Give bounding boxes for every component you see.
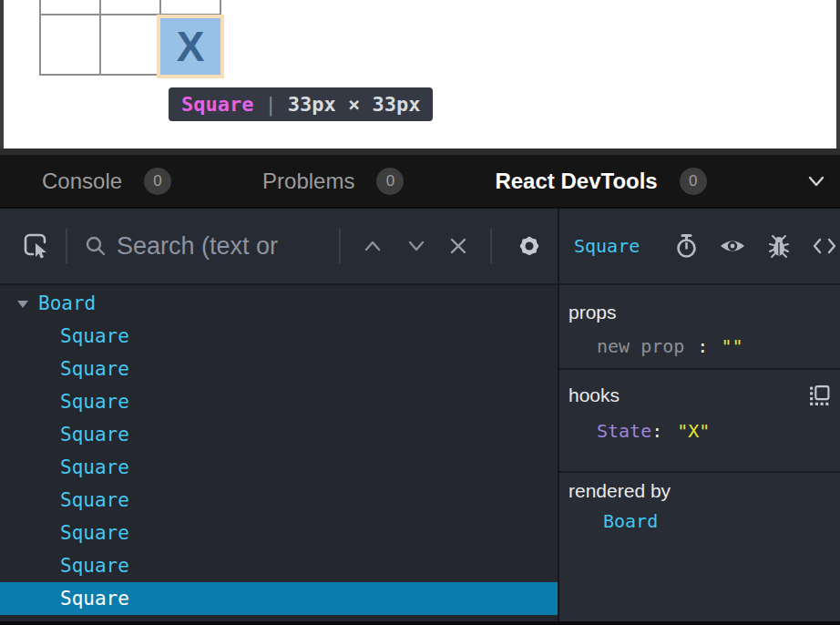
tree-node-square[interactable]: Square bbox=[0, 582, 558, 615]
toolbar-divider bbox=[339, 229, 341, 263]
tree-node-label: Board bbox=[38, 292, 96, 314]
eye-icon[interactable] bbox=[719, 235, 746, 257]
new-prop-input[interactable]: new prop bbox=[597, 335, 684, 357]
chevron-down-icon[interactable] bbox=[805, 174, 827, 189]
expander-caret-icon[interactable] bbox=[17, 301, 28, 308]
search-input[interactable] bbox=[117, 232, 339, 261]
search-icon bbox=[84, 234, 108, 258]
window-left-edge bbox=[0, 0, 4, 149]
tab-label: Problems bbox=[262, 169, 354, 194]
hook-name: State bbox=[597, 420, 651, 442]
devtools-main: BoardSquareSquareSquareSquareSquareSquar… bbox=[0, 285, 840, 621]
profiler-timer-icon[interactable] bbox=[674, 233, 699, 259]
highlighted-square[interactable]: X bbox=[160, 18, 220, 75]
tooltip-component-name: Square bbox=[181, 93, 253, 116]
devtools-tab-bar: Console 0 Problems 0 React DevTools 0 bbox=[0, 155, 840, 207]
window-bottom-edge bbox=[0, 621, 840, 625]
tree-node-board[interactable]: Board bbox=[0, 287, 558, 320]
tab-label: Console bbox=[42, 169, 122, 194]
prop-row: new prop : "" bbox=[559, 333, 840, 360]
gear-icon[interactable] bbox=[516, 232, 543, 260]
bug-icon[interactable] bbox=[768, 233, 790, 259]
parse-hook-names-icon[interactable] bbox=[808, 384, 831, 407]
tree-node-square[interactable]: Square bbox=[0, 320, 558, 353]
rendered-by-owner-link[interactable]: Board bbox=[559, 507, 840, 535]
hook-separator: : bbox=[651, 420, 662, 442]
count-badge: 0 bbox=[680, 168, 707, 195]
tooltip-dimensions: 33px × 33px bbox=[288, 93, 421, 116]
devtools-panel: Console 0 Problems 0 React DevTools 0 bbox=[0, 149, 840, 625]
tree-node-label: Square bbox=[60, 391, 129, 413]
tree-node-square[interactable]: Square bbox=[0, 549, 558, 582]
board-square[interactable] bbox=[101, 0, 159, 14]
tree-node-square[interactable]: Square bbox=[0, 385, 558, 418]
panel-resize-handle[interactable] bbox=[0, 149, 840, 155]
tree-node-square[interactable]: Square bbox=[0, 418, 558, 451]
hook-row: State : "X" bbox=[559, 417, 840, 445]
search-next-icon[interactable] bbox=[405, 238, 428, 254]
tree-toolbar bbox=[0, 209, 558, 283]
count-badge: 0 bbox=[376, 168, 404, 195]
count-badge: 0 bbox=[144, 168, 171, 195]
tree-node-label: Square bbox=[60, 424, 129, 446]
tree-node-square[interactable]: Square bbox=[0, 353, 558, 385]
page-viewport: X Square | 33px × 33px bbox=[0, 0, 840, 149]
props-section: props new prop : "" bbox=[559, 285, 840, 370]
tab-react-devtools[interactable]: React DevTools 0 bbox=[495, 168, 706, 195]
prop-separator: : bbox=[697, 335, 708, 357]
inspect-highlight-overlay: X bbox=[157, 15, 224, 78]
props-section-title: props bbox=[569, 300, 617, 325]
hooks-section-title: hooks bbox=[569, 383, 620, 408]
component-tree: BoardSquareSquareSquareSquareSquareSquar… bbox=[0, 285, 558, 621]
toolbar-divider bbox=[490, 229, 492, 263]
inspector-header: Square bbox=[559, 209, 840, 283]
board-square[interactable] bbox=[41, 0, 99, 14]
board-square[interactable] bbox=[41, 15, 99, 74]
tree-node-label: Square bbox=[60, 555, 129, 577]
toolbar-divider bbox=[66, 229, 67, 263]
tree-node-square[interactable]: Square bbox=[0, 517, 558, 549]
tree-node-label: Square bbox=[60, 489, 129, 511]
tab-problems[interactable]: Problems 0 bbox=[262, 168, 404, 195]
tree-node-square[interactable]: Square bbox=[0, 451, 558, 484]
board-square[interactable] bbox=[161, 0, 220, 14]
tree-node-label: Square bbox=[60, 325, 129, 347]
devtools-toolbar: Square bbox=[0, 207, 840, 285]
tree-node-label: Square bbox=[60, 522, 129, 544]
tree-node-square[interactable]: Square bbox=[0, 484, 558, 517]
board-square[interactable] bbox=[101, 15, 159, 74]
view-source-code-icon[interactable] bbox=[812, 236, 837, 256]
tree-node-label: Square bbox=[60, 358, 129, 380]
hook-value-input[interactable]: "X" bbox=[677, 420, 710, 442]
tree-node-label: Square bbox=[60, 456, 129, 478]
rendered-by-section: rendered by Board bbox=[559, 473, 840, 540]
clear-search-icon[interactable] bbox=[448, 236, 468, 256]
select-element-icon[interactable] bbox=[22, 231, 51, 261]
tab-console[interactable]: Console 0 bbox=[42, 168, 171, 195]
prop-value-input[interactable]: "" bbox=[721, 335, 743, 357]
hooks-section: hooks bbox=[559, 370, 840, 473]
rendered-by-title: rendered by bbox=[569, 478, 671, 504]
search-prev-icon[interactable] bbox=[361, 238, 384, 254]
tab-label: React DevTools bbox=[495, 169, 657, 194]
tooltip-separator: | bbox=[264, 93, 276, 116]
window-right-edge bbox=[836, 0, 840, 149]
inspector-sidebar: props new prop : "" hooks bbox=[559, 285, 840, 621]
inspect-tooltip: Square | 33px × 33px bbox=[169, 87, 433, 121]
tree-node-label: Square bbox=[60, 588, 129, 610]
app-window: X Square | 33px × 33px Console 0 Problem… bbox=[0, 0, 840, 625]
selected-component-name: Square bbox=[574, 235, 640, 257]
square-value: X bbox=[177, 22, 205, 71]
